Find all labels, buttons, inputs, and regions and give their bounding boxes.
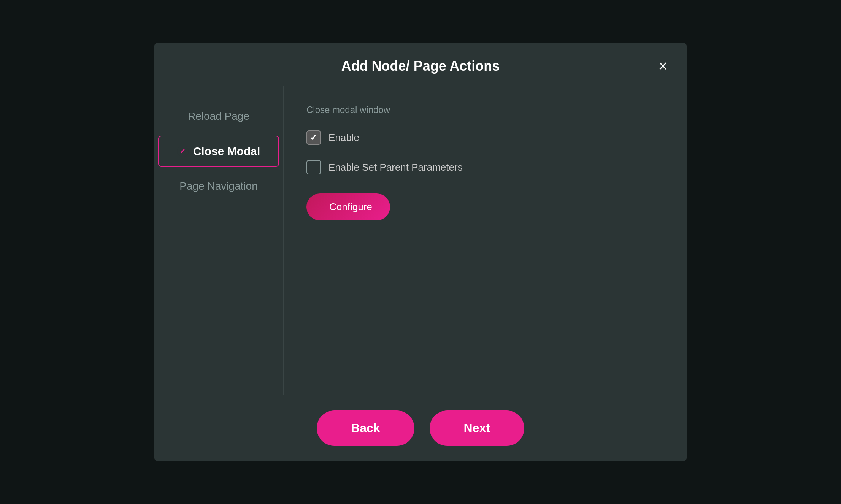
sidebar-item-close-modal[interactable]: ✓ Close Modal: [158, 136, 279, 167]
content-area: Close modal window Enable Enable Set Par…: [284, 86, 687, 395]
section-label: Close modal window: [306, 105, 664, 115]
next-button[interactable]: Next: [430, 410, 524, 446]
modal-header: Add Node/ Page Actions ×: [154, 43, 687, 86]
modal-overlay: Add Node/ Page Actions × Reload Page ✓ C…: [0, 0, 841, 504]
back-button[interactable]: Back: [317, 410, 414, 446]
sidebar-item-reload-page[interactable]: Reload Page: [158, 101, 279, 132]
enable-label: Enable: [328, 132, 359, 144]
enable-parent-params-checkbox-row: Enable Set Parent Parameters: [306, 160, 664, 174]
modal-body: Reload Page ✓ Close Modal Page Navigatio…: [154, 86, 687, 395]
sidebar: Reload Page ✓ Close Modal Page Navigatio…: [154, 86, 284, 395]
modal-title: Add Node/ Page Actions: [341, 58, 500, 74]
modal-dialog: Add Node/ Page Actions × Reload Page ✓ C…: [154, 43, 687, 461]
enable-parent-params-checkbox[interactable]: [306, 160, 321, 174]
check-icon: ✓: [177, 146, 189, 157]
modal-footer: Back Next: [154, 395, 687, 461]
enable-parent-params-label: Enable Set Parent Parameters: [328, 162, 463, 173]
sidebar-item-page-navigation[interactable]: Page Navigation: [158, 171, 279, 202]
enable-checkbox-row: Enable: [306, 130, 664, 145]
enable-checkbox[interactable]: [306, 130, 321, 145]
close-button[interactable]: ×: [654, 56, 671, 76]
configure-button[interactable]: Configure: [306, 193, 390, 220]
